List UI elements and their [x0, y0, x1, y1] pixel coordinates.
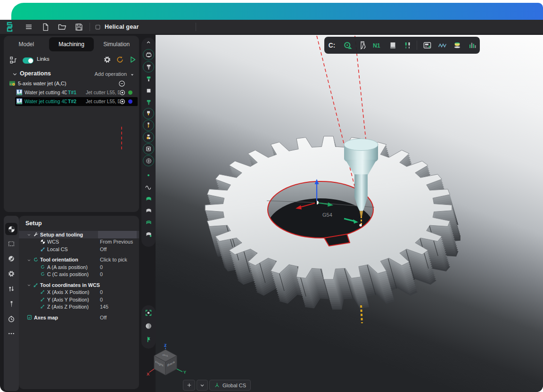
- stock-layers-button[interactable]: [450, 39, 464, 51]
- c-axis-loop-icon: [40, 271, 45, 277]
- add-operation-caret-icon[interactable]: [129, 72, 135, 78]
- control-panel-button[interactable]: [420, 39, 434, 51]
- show-machine-button[interactable]: [143, 49, 154, 60]
- show-tool-button[interactable]: [143, 73, 154, 84]
- shading-sphere-button[interactable]: [143, 320, 154, 332]
- setup-row-z-position[interactable]: Z (Axis Z Position) 145: [19, 303, 139, 311]
- setup-row-c-axis[interactable]: C (C axis position) 0: [19, 271, 139, 278]
- global-cs-button[interactable]: Global CS: [209, 380, 251, 391]
- run-play-icon[interactable]: [129, 56, 137, 64]
- y-axis-icon: [40, 297, 45, 302]
- rail-item-parameters[interactable]: [5, 268, 17, 280]
- property-value[interactable]: 0: [100, 264, 103, 270]
- add-cs-button[interactable]: [183, 380, 195, 391]
- property-value[interactable]: 0: [100, 289, 103, 295]
- rail-item-more[interactable]: [5, 327, 17, 340]
- property-value[interactable]: Off: [100, 246, 107, 252]
- tab-simulation[interactable]: Simulation: [94, 37, 139, 51]
- cube-z-label: Z: [164, 343, 167, 348]
- setup-row-local-cs[interactable]: Local CS Off: [19, 245, 139, 253]
- show-mesh-surface-button[interactable]: [143, 217, 154, 228]
- property-value[interactable]: From Previous: [100, 239, 133, 245]
- show-holder-button[interactable]: [143, 61, 154, 73]
- statistics-button[interactable]: [465, 39, 479, 51]
- new-file-icon[interactable]: [41, 23, 49, 31]
- setup-row-y-position[interactable]: Y (Axis Y Position) 0: [19, 296, 139, 303]
- tool-compare-button[interactable]: [401, 39, 415, 51]
- show-faces-button[interactable]: [143, 205, 154, 216]
- show-points-button[interactable]: [143, 170, 154, 181]
- open-file-icon[interactable]: [58, 23, 66, 31]
- viewport-3d[interactable]: G54: [156, 35, 543, 392]
- property-value[interactable]: Click to pick: [100, 257, 127, 262]
- show-surface-points-button[interactable]: [143, 229, 154, 240]
- operation-row[interactable]: Water jet cutting 4D - ... T#1 Jet cutte…: [4, 88, 139, 97]
- setup-row-tool-coordinates[interactable]: Tool coordinates in WCS: [19, 281, 139, 289]
- tab-machining[interactable]: Machining: [49, 37, 94, 51]
- project-tab[interactable]: Helical gear: [95, 24, 139, 30]
- analysis-toolbar: C: N1: [324, 37, 480, 54]
- setup-row-wcs[interactable]: WCS From Previous: [19, 238, 139, 246]
- toolbar-collapse-button[interactable]: [143, 37, 154, 48]
- tool-icon: [8, 301, 15, 308]
- operations-title: Operations: [20, 70, 51, 77]
- rail-item-wcs[interactable]: [5, 223, 17, 235]
- value-editbox[interactable]: [98, 231, 137, 238]
- property-value[interactable]: 0: [100, 271, 103, 277]
- setup-row-axes-map[interactable]: Axes map Off: [19, 314, 139, 321]
- show-surfaces-button[interactable]: [143, 193, 154, 204]
- main-menu-icon[interactable]: [25, 23, 33, 31]
- setup-row-setup-and-tooling[interactable]: Setup and tooling: [19, 231, 139, 238]
- rail-item-tool[interactable]: [5, 298, 17, 310]
- show-block-button[interactable]: [143, 143, 154, 155]
- row-chevron-icon[interactable]: [27, 258, 31, 262]
- operation-radio-icon[interactable]: [119, 90, 125, 96]
- orientation-loop-icon: [33, 257, 39, 262]
- rail-item-workpiece[interactable]: [5, 237, 17, 250]
- row-chevron-icon[interactable]: [27, 283, 31, 287]
- show-workpiece-button[interactable]: [143, 85, 154, 96]
- links-toggle[interactable]: [23, 57, 33, 64]
- show-drill-button[interactable]: [143, 120, 154, 131]
- graph-button[interactable]: [435, 39, 449, 51]
- setup-panel-title: Setup: [25, 220, 42, 227]
- operations-collapse-chevron-icon[interactable]: [12, 71, 18, 77]
- operation-settings-gear-icon[interactable]: [103, 56, 111, 64]
- add-operation-button[interactable]: Add operation: [95, 71, 127, 77]
- cs-dropdown-button[interactable]: [197, 380, 208, 391]
- save-icon[interactable]: [75, 23, 83, 31]
- property-value[interactable]: Off: [100, 315, 107, 320]
- operation-row-selected[interactable]: Water jet cutting 4D - i... T#2 Jet cutt…: [4, 97, 139, 106]
- view-cube[interactable]: Z Top Right Back X Y: [146, 343, 187, 388]
- row-chevron-icon[interactable]: [27, 233, 31, 237]
- links-graph-icon[interactable]: [9, 56, 17, 64]
- setup-row-a-axis[interactable]: A (A axis position) 0: [19, 263, 139, 271]
- sheet-button[interactable]: [386, 39, 400, 51]
- fit-view-button[interactable]: [143, 307, 154, 318]
- rail-item-feeds[interactable]: [5, 313, 17, 325]
- show-cutter-button[interactable]: [143, 108, 154, 119]
- property-label: X (Axis X Position): [47, 289, 89, 295]
- operation-group-row[interactable]: 5-axis water jet (A,C): [4, 79, 139, 88]
- waterjet-operation-icon: [16, 89, 23, 96]
- group-state-circle-minus-icon[interactable]: [118, 80, 125, 87]
- app-logo-icon: [4, 21, 16, 33]
- setup-row-x-position[interactable]: X (Axis X Position) 0: [19, 289, 139, 296]
- rail-item-approach-return[interactable]: [5, 283, 17, 295]
- show-curves-button[interactable]: [143, 181, 154, 193]
- property-value[interactable]: 145: [100, 304, 108, 310]
- recalculate-sync-icon[interactable]: [116, 56, 124, 64]
- operation-radio-icon[interactable]: [119, 98, 125, 105]
- show-fixture-button[interactable]: [143, 97, 154, 108]
- gcode-button[interactable]: N1: [370, 39, 385, 51]
- tab-model[interactable]: Model: [4, 37, 49, 51]
- operation-label: Water jet cutting 4D - ...: [25, 90, 67, 95]
- show-deburr-button[interactable]: [143, 131, 154, 143]
- show-mesh-button[interactable]: [143, 155, 154, 166]
- caliper-button[interactable]: [355, 39, 370, 51]
- property-value[interactable]: 0: [100, 297, 103, 302]
- setup-row-tool-orientation[interactable]: Tool orientation Click to pick: [19, 256, 139, 264]
- c-axis-button[interactable]: C:: [325, 39, 339, 51]
- measure-tape-button[interactable]: [340, 39, 354, 51]
- rail-item-strategy[interactable]: [5, 253, 17, 265]
